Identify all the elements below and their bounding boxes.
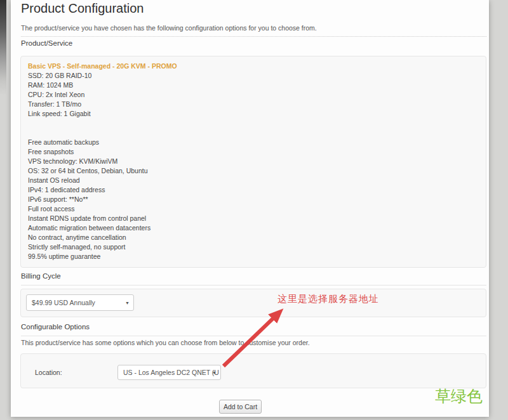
caret-down-icon: ▼ <box>212 371 217 375</box>
billing-cycle-select[interactable]: $49.99 USD Annually ▼ <box>26 294 134 311</box>
product-spec-line: No contract, anytime cancellation <box>28 233 479 242</box>
section-heading-billing-cycle: Billing Cycle <box>21 272 61 280</box>
add-to-cart-button[interactable]: Add to Cart <box>219 400 262 414</box>
product-spec-line: IPv6 support: **No** <box>28 195 479 204</box>
product-spec-line: SSD: 20 GB RAID-10 <box>28 71 479 81</box>
product-spec-line: Strictly self-managed, no support <box>28 242 479 252</box>
product-spec-line: Free snapshots <box>28 147 479 157</box>
product-spec-line: OS: 32 or 64 bit Centos, Debian, Ubuntu <box>28 166 479 176</box>
location-selected-value: US - Los Angeles DC2 QNET (U <box>123 369 219 376</box>
product-spec-line <box>28 128 479 138</box>
configurable-options-panel <box>20 353 486 388</box>
section-heading-configurable-options: Configurable Options <box>21 323 90 331</box>
divider <box>21 36 486 37</box>
product-spec-line <box>28 119 479 128</box>
product-spec-line: Link speed: 1 Gigabit <box>28 109 479 119</box>
product-spec-line: Instant RDNS update from control panel <box>28 214 479 223</box>
caret-down-icon: ▼ <box>125 301 130 305</box>
location-select[interactable]: US - Los Angeles DC2 QNET (U ▼ <box>117 365 221 380</box>
configurable-options-description: This product/service has some options wh… <box>21 339 310 346</box>
product-spec-line: IPv4: 1 dedicated address <box>28 185 479 195</box>
divider <box>21 336 486 336</box>
divider <box>21 285 486 285</box>
location-label: Location: <box>35 369 62 376</box>
product-details-panel: Basic VPS - Self-managed - 20G KVM - PRO… <box>20 56 486 268</box>
product-spec-line: Instant OS reload <box>28 176 479 185</box>
section-heading-product-service: Product/Service <box>21 39 72 47</box>
content-sheet: Product Configuration The product/servic… <box>11 0 489 417</box>
page-intro-text: The product/service you have chosen has … <box>21 24 317 32</box>
product-spec-list: SSD: 20 GB RAID-10RAM: 1024 MBCPU: 2x In… <box>28 71 479 261</box>
product-spec-line: RAM: 1024 MB <box>28 81 479 90</box>
product-spec-line: 99.5% uptime guarantee <box>28 252 479 261</box>
annotation-note-text: 这里是选择服务器地址 <box>277 293 379 305</box>
product-spec-line: CPU: 2x Intel Xeon <box>28 90 479 100</box>
product-spec-line: Free automatic backups <box>28 138 479 147</box>
window-edge-strip <box>0 0 6 95</box>
product-spec-line: Full root access <box>28 204 479 214</box>
page-title: Product Configuration <box>21 1 144 16</box>
product-spec-line: Automatic migration between datacenters <box>28 223 479 233</box>
product-name: Basic VPS - Self-managed - 20G KVM - PRO… <box>28 62 479 71</box>
product-spec-line: VPS technology: KVM/KiwiVM <box>28 157 479 166</box>
watermark-text: 草绿色 <box>435 386 483 407</box>
product-spec-line: Transfer: 1 TB/mo <box>28 100 479 109</box>
billing-cycle-selected-value: $49.99 USD Annually <box>32 299 95 306</box>
